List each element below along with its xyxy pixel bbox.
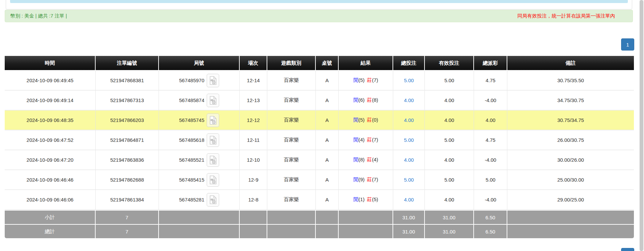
- video-file-icon: [209, 76, 217, 85]
- video-replay-button[interactable]: [207, 114, 219, 127]
- cell-remark: 30.75/35.50: [507, 71, 634, 91]
- cell-table-no: A: [316, 130, 339, 150]
- grand-total-row: 總計 7 31.00 31.00 6.50: [5, 224, 634, 238]
- header-total-bet: 總投注: [393, 56, 425, 71]
- cell-time: 2024-10-09 06:46:06: [5, 190, 96, 210]
- video-file-icon: [209, 195, 217, 204]
- cell-round-no: 567485745: [159, 111, 240, 130]
- round-number: 567485618: [179, 137, 204, 143]
- cell-payout: 4.75: [474, 71, 507, 91]
- video-replay-button[interactable]: [207, 193, 219, 207]
- subtotal-total-bet: 31.00: [393, 210, 425, 224]
- result-player-label: 閒: [353, 137, 359, 143]
- total-bet-link[interactable]: 4.00: [404, 117, 414, 123]
- pagination-page-1-top[interactable]: 1: [621, 38, 634, 51]
- result-banker-value: (7): [372, 77, 378, 83]
- cell-round-no: 567485281: [159, 190, 240, 210]
- cell-time: 2024-10-09 06:47:20: [5, 150, 96, 170]
- result-banker-label: 莊: [367, 177, 372, 182]
- header-table-no: 桌號: [316, 56, 339, 71]
- result-banker-label: 莊: [367, 117, 372, 123]
- cell-result: 閒(8)莊(4): [339, 150, 393, 170]
- scrollbar-thumb[interactable]: [640, 0, 643, 251]
- video-replay-button[interactable]: [207, 94, 219, 107]
- pagination-page-1-bottom[interactable]: 1: [621, 248, 634, 251]
- cell-valid-bet: 5.00: [425, 170, 474, 190]
- cell-game-type: 百家樂: [267, 130, 316, 150]
- result-banker-label: 莊: [367, 137, 372, 143]
- subtotal-payout: 6.50: [474, 210, 507, 224]
- result-player-label: 閒: [353, 117, 359, 123]
- cell-valid-bet: 4.00: [425, 91, 474, 111]
- video-replay-button[interactable]: [207, 153, 219, 167]
- result-banker-value: (0): [372, 117, 378, 123]
- cell-time: 2024-10-09 06:46:46: [5, 170, 96, 190]
- video-replay-button[interactable]: [207, 173, 219, 187]
- total-total-bet: 31.00: [393, 224, 425, 238]
- cell-result: 閒(5)莊(7): [339, 71, 393, 91]
- cell-game-type: 百家樂: [267, 150, 316, 170]
- cell-table-no: A: [316, 111, 339, 130]
- cell-total-bet: 4.00: [393, 150, 425, 170]
- cell-session: 12-14: [240, 71, 267, 91]
- panel-heading-bar[interactable]: [10, 0, 628, 3]
- table-row: 2024-10-09 06:49:45 521947868381 5674859…: [5, 71, 634, 91]
- cell-table-no: A: [316, 190, 339, 210]
- subtotal-valid-bet: 31.00: [425, 210, 474, 224]
- video-replay-button[interactable]: [207, 133, 219, 147]
- total-count: 7: [96, 224, 159, 238]
- subtotal-count: 7: [96, 210, 159, 224]
- cell-result: 閒(9)莊(7): [339, 170, 393, 190]
- currency-summary-text: 幣別 : 美金 | 總共 :7 注單 |: [10, 13, 67, 19]
- cell-total-bet: 5.00: [393, 130, 425, 150]
- result-player-value: (6): [359, 97, 365, 103]
- total-bet-link[interactable]: 4.00: [404, 197, 414, 202]
- cell-valid-bet: 4.00: [425, 111, 474, 130]
- total-bet-link[interactable]: 4.00: [404, 157, 414, 163]
- cell-remark: 25.00/30.00: [507, 170, 634, 190]
- header-game-type: 遊戲類別: [267, 56, 316, 71]
- cell-bet-id: 521947861384: [96, 190, 159, 210]
- cell-total-bet: 5.00: [393, 71, 425, 91]
- total-bet-link[interactable]: 5.00: [404, 137, 414, 143]
- result-banker-label: 莊: [367, 157, 372, 162]
- vertical-scrollbar[interactable]: [639, 0, 644, 251]
- video-replay-button[interactable]: [207, 74, 219, 87]
- video-file-icon: [209, 156, 217, 164]
- cell-result: 閒(4)莊(7): [339, 130, 393, 150]
- cell-time: 2024-10-09 06:49:45: [5, 71, 96, 91]
- cell-round-no: 567485521: [159, 150, 240, 170]
- cell-table-no: A: [316, 170, 339, 190]
- result-banker-value: (8): [372, 97, 378, 103]
- result-player-label: 閒: [353, 97, 359, 103]
- total-bet-link[interactable]: 4.00: [404, 97, 414, 103]
- cell-bet-id: 521947864871: [96, 130, 159, 150]
- cell-valid-bet: 4.00: [425, 150, 474, 170]
- total-bet-link[interactable]: 5.00: [404, 77, 414, 83]
- result-banker-label: 莊: [367, 97, 372, 103]
- table-row: 2024-10-09 06:47:20 521947863836 5674855…: [5, 150, 634, 170]
- cell-payout: 4.75: [474, 130, 507, 150]
- round-number: 567485281: [179, 197, 204, 202]
- cell-valid-bet: 4.00: [425, 190, 474, 210]
- cell-remark: 34.75/30.75: [507, 91, 634, 111]
- cell-time: 2024-10-09 06:48:35: [5, 111, 96, 130]
- result-player-value: (4): [359, 137, 365, 143]
- cell-session: 12-11: [240, 130, 267, 150]
- result-player-label: 閒: [353, 77, 359, 83]
- settlement-note-text: 同局有效投注，統一計算在該局第一張注單內: [517, 13, 615, 19]
- video-file-icon: [209, 116, 217, 125]
- total-payout: 6.50: [474, 224, 507, 238]
- cell-time: 2024-10-09 06:47:52: [5, 130, 96, 150]
- header-round-no: 局號: [159, 56, 240, 71]
- result-player-label: 閒: [353, 177, 359, 182]
- result-banker-value: (5): [372, 196, 378, 202]
- summary-bar: 幣別 : 美金 | 總共 :7 注單 | 同局有效投注，統一計算在該局第一張注單…: [5, 10, 633, 22]
- result-player-value: (5): [359, 117, 365, 123]
- bet-records-table: 時間 注單編號 局號 場次 遊戲類別 桌號 結果 總投注 有效投注 總派彩 備註…: [5, 56, 634, 238]
- cell-remark: 30.75/34.75: [507, 111, 634, 130]
- header-result: 結果: [339, 56, 393, 71]
- header-time: 時間: [5, 56, 96, 71]
- total-bet-link[interactable]: 5.00: [404, 177, 414, 183]
- result-player-label: 閒: [353, 157, 359, 162]
